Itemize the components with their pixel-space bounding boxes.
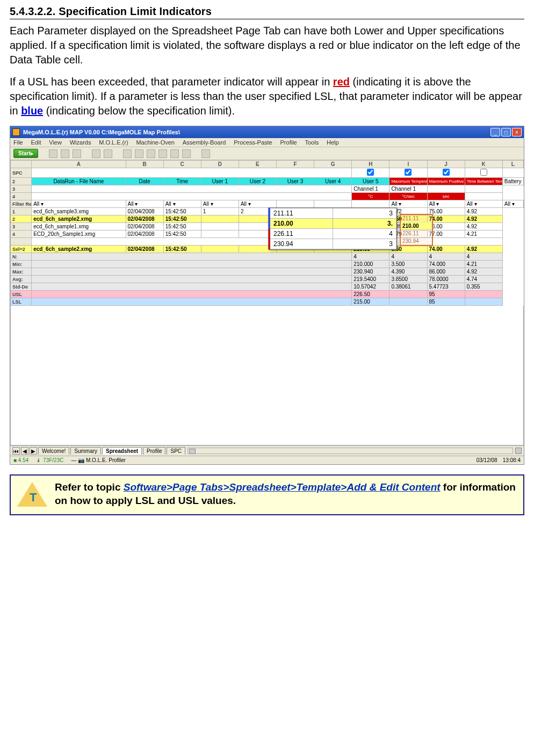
tool-icon[interactable] <box>182 149 191 158</box>
spc-check-j[interactable] <box>405 169 412 176</box>
unit-c: °C <box>352 193 389 200</box>
col-I[interactable]: I <box>389 161 427 168</box>
menu-wizards[interactable]: Wizards <box>70 139 91 146</box>
tab-profile[interactable]: Profile <box>143 447 165 455</box>
spc-check-l[interactable] <box>480 169 487 176</box>
col-F[interactable]: F <box>277 161 314 168</box>
status-time: 13:08:4 <box>503 457 521 463</box>
filter-all[interactable]: All ▾ <box>465 200 502 208</box>
hdr-battery: Battery <box>502 178 523 185</box>
stat-n: N: 4 4 4 4 <box>11 253 524 261</box>
horizontal-scrollbar[interactable] <box>187 448 513 454</box>
cell-ch1b: Channel 1 <box>389 185 427 193</box>
para2-part-c: (indicating below the specification limi… <box>43 105 235 117</box>
hdr-user4: User 4 <box>314 178 352 185</box>
tool-icon[interactable] <box>49 149 57 158</box>
tip-icon: T <box>17 481 47 509</box>
red-word: red <box>333 76 350 88</box>
hdr-user3: User 3 <box>277 178 314 185</box>
filter-all[interactable]: All ▾ <box>163 200 201 208</box>
tab-welcome[interactable]: Welcome! <box>38 447 69 455</box>
filter-all[interactable]: All ▾ <box>502 200 523 208</box>
filter-all[interactable]: All ▾ <box>427 200 465 208</box>
table-row[interactable]: 1 ecd_6ch_sample3.xmg 02/04/2008 15:42:5… <box>11 208 524 215</box>
spc-check-k[interactable] <box>443 169 450 176</box>
maximize-button[interactable]: □ <box>501 128 511 136</box>
col-J[interactable]: J <box>427 161 465 168</box>
menu-view[interactable]: View <box>49 139 62 146</box>
tool-icon[interactable] <box>92 149 100 158</box>
col-B[interactable]: B <box>126 161 163 168</box>
status-date: 03/12/08 <box>477 457 497 463</box>
spc-check-i[interactable] <box>367 169 374 176</box>
tip-link[interactable]: Software>Page Tabs>Spreadsheet>Template>… <box>124 481 441 493</box>
para2-part-a: If a USL has been exceeded, that paramet… <box>10 76 333 88</box>
start-button[interactable]: Start▸ <box>13 149 38 158</box>
corner-cell <box>11 161 32 168</box>
table-row-selected[interactable]: 2 ecd_6ch_sample2.xmg 02/04/2008 15:42:5… <box>11 215 524 223</box>
hdr-user5: User 5 <box>352 178 389 185</box>
col-G[interactable]: G <box>314 161 352 168</box>
menu-mole[interactable]: M.O.L.E.(r) <box>99 139 128 146</box>
col-E[interactable]: E <box>239 161 276 168</box>
start-label: Start <box>18 150 31 156</box>
menu-help[interactable]: Help <box>327 139 339 146</box>
hdr-maxslope: Maximum Positive Slope <box>427 178 465 185</box>
tool-icon[interactable] <box>123 149 132 158</box>
toolbar: Start▸ <box>10 147 524 160</box>
filter-all[interactable]: All ▾ <box>126 200 163 208</box>
tab-nav-next[interactable]: ▶ <box>30 447 37 455</box>
col-C[interactable]: C <box>163 161 201 168</box>
titlebar: MegaM.O.L.E.(r) MAP V0.00 C:\MegaMOLE Ma… <box>10 126 524 138</box>
filter-label[interactable]: Filter Reset <box>11 200 32 208</box>
filter-all-a[interactable]: All ▾ <box>32 200 126 208</box>
tab-spreadsheet[interactable]: Spreadsheet <box>102 447 142 455</box>
close-button[interactable]: × <box>512 128 522 136</box>
tab-nav-first[interactable]: ⏮ <box>12 447 20 455</box>
hdr-datarun: DataRun - File Name <box>32 178 126 185</box>
menu-assembly[interactable]: Assembly-Board <box>183 139 226 146</box>
menu-edit[interactable]: Edit <box>31 139 41 146</box>
filter-all[interactable]: All ▾ <box>389 200 427 208</box>
scroll-right-button[interactable] <box>515 448 522 454</box>
tool-icon[interactable] <box>61 149 69 158</box>
spreadsheet-table[interactable]: A B C D E F G H I J K L SPC <box>10 160 524 306</box>
minimize-button[interactable]: _ <box>490 128 500 136</box>
tool-icon[interactable] <box>135 149 143 158</box>
menu-profile[interactable]: Profile <box>280 139 297 146</box>
col-A[interactable]: A <box>32 161 126 168</box>
col-K[interactable]: K <box>465 161 502 168</box>
menu-tools[interactable]: Tools <box>305 139 319 146</box>
tab-nav-prev[interactable]: ◀ <box>21 447 28 455</box>
filter-all[interactable]: All ▾ <box>201 200 239 208</box>
menu-bar: File Edit View Wizards M.O.L.E.(r) Machi… <box>10 138 524 147</box>
col-L[interactable]: L <box>502 161 523 168</box>
table-row[interactable]: 4 ECD_20ch_Sample1.xmg 02/04/2008 15:42:… <box>11 231 524 238</box>
help-icon[interactable] <box>201 149 210 158</box>
tool-icon[interactable] <box>104 149 112 158</box>
col-D[interactable]: D <box>201 161 239 168</box>
app-window: MegaM.O.L.E.(r) MAP V0.00 C:\MegaMOLE Ma… <box>10 126 524 465</box>
row-spc: SPC <box>11 168 32 178</box>
tool-icon[interactable] <box>147 149 155 158</box>
spreadsheet-area: A B C D E F G H I J K L SPC <box>10 160 524 445</box>
tab-spc[interactable]: SPC <box>167 447 185 455</box>
row-lsl: LSL 215.00 85 <box>11 298 524 306</box>
menu-process[interactable]: Process-Paste <box>234 139 272 146</box>
filter-all[interactable]: All ▾ <box>239 200 276 208</box>
tab-summary[interactable]: Summary <box>70 447 101 455</box>
tool-icon[interactable] <box>73 149 81 158</box>
paragraph-2: If a USL has been exceeded, that paramet… <box>10 75 524 118</box>
table-row[interactable]: 3 ecd_6ch_sample1.xmg 02/04/2008 15:42:5… <box>11 223 524 231</box>
col-H[interactable]: H <box>352 161 389 168</box>
row-4: 4 <box>11 193 32 200</box>
sel-row[interactable]: Sel=2 ecd_6ch_sample2.xmg 02/04/2008 15:… <box>11 246 524 253</box>
stat-std: Std-De 10.57042 0.38061 5.47723 0.355 <box>11 283 524 291</box>
tool-icon[interactable] <box>158 149 167 158</box>
unit-sec: sec <box>427 193 465 200</box>
section-heading: 5.4.3.2.2. Specification Limit Indicator… <box>10 5 524 19</box>
menu-file[interactable]: File <box>13 139 23 146</box>
menu-machine[interactable]: Machine-Oven <box>136 139 175 146</box>
hdr-user2: User 2 <box>239 178 276 185</box>
tool-icon[interactable] <box>170 149 179 158</box>
